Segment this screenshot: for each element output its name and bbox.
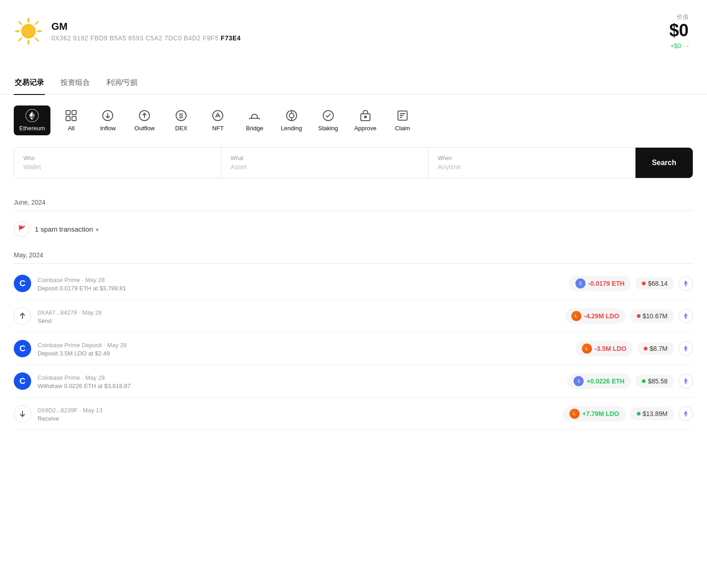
tx-token-4: Ξ +0.0226 ETH bbox=[567, 373, 631, 389]
tx-right-4: Ξ +0.0226 ETH $85.58 bbox=[567, 373, 693, 389]
spam-flag-icon: 🚩 bbox=[14, 221, 29, 237]
outflow-filter-icon bbox=[138, 109, 151, 122]
who-placeholder: Wallet bbox=[23, 163, 212, 171]
tx-desc-3: Deposit 3.5M LDO at $2.49 bbox=[38, 350, 127, 357]
tx-detail-icon-2[interactable] bbox=[679, 309, 693, 323]
filter-nft[interactable]: NFT bbox=[202, 105, 234, 135]
svg-marker-14 bbox=[18, 21, 22, 24]
svg-point-9 bbox=[22, 25, 35, 38]
tx-right-2: L -4.29M LDO $10.67M bbox=[565, 308, 694, 324]
filter-dex[interactable]: DEX bbox=[165, 105, 197, 135]
tx-name-3: Coinbase Prime Deposit · May 28 bbox=[38, 341, 127, 349]
dex-filter-icon bbox=[175, 109, 188, 122]
tx-usd-val-2: $10.67M bbox=[643, 312, 668, 320]
tx-info-5: 0X8D2...6239F · May 13 Receive bbox=[38, 406, 103, 422]
tx-right-3: L -3.5M LDO $8.7M bbox=[575, 341, 693, 356]
svg-marker-47 bbox=[686, 280, 688, 284]
tx-date-4: · May 28 bbox=[82, 374, 105, 381]
staking-filter-icon bbox=[322, 109, 335, 122]
tx-desc-5: Receive bbox=[38, 415, 103, 422]
ldo-token-icon-5: L bbox=[569, 409, 580, 419]
page: GM 0X362 9192 FBD9 B5A5 6593 C5A2 7DC0 B… bbox=[0, 0, 707, 588]
tx-usd-3: $8.7M bbox=[637, 342, 674, 355]
tx-date-3: · May 28 bbox=[104, 342, 127, 349]
filter-nft-label: NFT bbox=[212, 125, 224, 132]
filter-bridge[interactable]: Bridge bbox=[238, 105, 271, 135]
what-placeholder: Asset bbox=[231, 163, 419, 171]
svg-marker-16 bbox=[36, 21, 39, 24]
table-row: C Coinbase Prime Deposit · May 28 Deposi… bbox=[14, 333, 693, 365]
filter-approve[interactable]: Approve bbox=[349, 105, 382, 135]
tx-info-2: 0XA67...84279 · May 28 Send bbox=[38, 308, 102, 324]
tx-name-1: Coinbase Prime · May 28 bbox=[38, 276, 126, 283]
tx-detail-icon-5[interactable] bbox=[679, 406, 693, 421]
transaction-list: June, 2024 🚩 1 spam transaction ▾ May, 2… bbox=[0, 186, 707, 435]
search-button[interactable]: Search bbox=[635, 148, 693, 178]
tx-desc-4: Withdraw 0.0226 ETH at $3,818.87 bbox=[38, 383, 131, 389]
filter-ethereum[interactable]: Ethereum bbox=[14, 105, 50, 135]
svg-marker-57 bbox=[684, 345, 686, 349]
header-right: 价值 $0 +$0 · - bbox=[669, 13, 689, 50]
when-field[interactable]: When Anytime bbox=[429, 148, 635, 178]
filter-outflow[interactable]: Outflow bbox=[128, 105, 160, 135]
filter-staking[interactable]: Staking bbox=[312, 105, 344, 135]
tx-detail-icon-4[interactable] bbox=[679, 374, 693, 388]
filter-all[interactable]: All bbox=[55, 105, 87, 135]
filter-lending-label: Lending bbox=[281, 125, 302, 132]
spam-row[interactable]: 🚩 1 spam transaction ▾ bbox=[14, 215, 693, 243]
tx-left-coinbase-prime-1: C Coinbase Prime · May 28 Deposit 0.0179… bbox=[14, 275, 126, 292]
filter-bridge-label: Bridge bbox=[246, 125, 264, 132]
svg-marker-56 bbox=[686, 345, 688, 349]
search-bar: Who Wallet What Asset When Anytime Searc… bbox=[14, 147, 693, 178]
sun-icon bbox=[14, 17, 43, 46]
tabs-section: 交易记录 投资组合 利润/亏损 bbox=[0, 72, 707, 95]
tx-token-2: L -4.29M LDO bbox=[565, 308, 626, 324]
usd-dot-1 bbox=[642, 282, 646, 285]
svg-point-37 bbox=[289, 113, 294, 118]
tab-portfolio[interactable]: 投资组合 bbox=[60, 72, 91, 95]
month-may-2024: May, 2024 bbox=[14, 243, 693, 264]
when-placeholder: Anytime bbox=[438, 163, 626, 171]
tx-left-2: 0XA67...84279 · May 28 Send bbox=[14, 307, 102, 325]
svg-marker-15 bbox=[36, 39, 39, 42]
tx-right-5: L +7.79M LDO $13.89M bbox=[563, 406, 693, 422]
claim-filter-icon bbox=[396, 109, 409, 122]
tx-amount-3: -3.5M LDO bbox=[595, 345, 626, 352]
filter-lending[interactable]: Lending bbox=[275, 105, 307, 135]
tx-token-1: Ξ -0.0179 ETH bbox=[569, 276, 631, 291]
tx-amount-5: +7.79M LDO bbox=[582, 410, 619, 417]
spam-label: 1 spam transaction ▾ bbox=[35, 225, 99, 233]
tx-amount-4: +0.0226 ETH bbox=[586, 377, 624, 385]
tx-usd-val-4: $85.58 bbox=[648, 377, 668, 385]
usd-dot-2 bbox=[637, 314, 641, 318]
tx-right-1: Ξ -0.0179 ETH $68.14 bbox=[569, 276, 693, 291]
nft-filter-icon bbox=[211, 109, 224, 122]
tab-transactions[interactable]: 交易记录 bbox=[14, 72, 45, 95]
tx-amount-1: -0.0179 ETH bbox=[588, 280, 624, 287]
filter-ethereum-label: Ethereum bbox=[19, 125, 45, 132]
tx-detail-icon-3[interactable] bbox=[679, 341, 693, 356]
inflow-filter-icon bbox=[101, 109, 114, 122]
value-label: 价值 bbox=[669, 13, 689, 21]
who-field[interactable]: Who Wallet bbox=[14, 148, 221, 178]
what-label: What bbox=[231, 155, 419, 161]
filter-inflow[interactable]: Inflow bbox=[92, 105, 124, 135]
avatar-coinbase-4: C bbox=[14, 372, 31, 390]
usd-dot-5 bbox=[637, 412, 641, 416]
ldo-token-icon-3: L bbox=[582, 344, 592, 354]
filter-outflow-label: Outflow bbox=[134, 125, 155, 132]
tx-info-4: Coinbase Prime · May 28 Withdraw 0.0226 … bbox=[38, 373, 131, 389]
svg-marker-10 bbox=[27, 17, 30, 21]
tx-usd-5: $13.89M bbox=[630, 407, 674, 420]
svg-marker-48 bbox=[684, 280, 686, 284]
filter-claim[interactable]: Claim bbox=[387, 105, 419, 135]
tx-date-2: · May 28 bbox=[79, 309, 102, 316]
what-field[interactable]: What Asset bbox=[221, 148, 429, 178]
approve-filter-icon bbox=[359, 109, 372, 122]
header-address: 0X362 9192 FBD9 B5A5 6593 C5A2 7DC0 B4D2… bbox=[51, 34, 241, 42]
tx-usd-val-5: $13.89M bbox=[643, 410, 668, 417]
table-row: 0XA67...84279 · May 28 Send L -4.29M LDO… bbox=[14, 300, 693, 333]
filter-claim-label: Claim bbox=[395, 125, 410, 132]
tx-detail-icon-1[interactable] bbox=[679, 276, 693, 291]
tab-pnl[interactable]: 利润/亏损 bbox=[105, 72, 138, 95]
